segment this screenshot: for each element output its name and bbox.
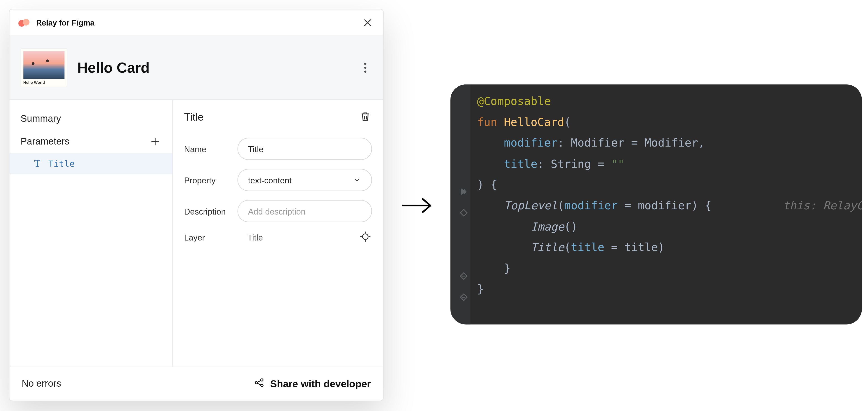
sidebar: Summary Parameters T Title [9,100,173,367]
property-select[interactable]: text-content [237,169,372,191]
component-name: Hello Card [77,59,150,76]
add-parameter-button[interactable] [149,136,161,148]
layer-value: Title [237,233,360,242]
generated-code-preview: @Composable fun HelloCard( modifier: Mod… [451,84,862,324]
arrow-icon [400,195,434,216]
summary-section[interactable]: Summary [9,108,173,130]
parameter-name: Title [49,159,75,168]
plugin-titlebar: Relay for Figma [9,9,383,36]
detail-title: Title [184,111,204,123]
name-label: Name [184,144,237,153]
error-status: No errors [22,378,61,389]
inlay-hint: this: RelayCo [783,196,862,216]
component-header: Hello World Hello Card [9,36,383,100]
text-type-icon: T [32,158,43,170]
share-with-developer-button[interactable]: Share with developer [254,377,371,390]
thumbnail-caption: Hello World [23,79,64,84]
more-menu-button[interactable] [359,61,372,74]
component-thumbnail: Hello World [21,48,67,87]
description-input[interactable]: Add description [237,200,372,222]
plugin-title: Relay for Figma [36,18,94,27]
detail-pane: Title Name Title Property [173,100,383,367]
svg-point-0 [363,234,368,240]
property-label: Property [184,175,237,185]
relay-logo-icon [18,19,31,26]
description-label: Description [184,206,237,216]
plugin-panel: Relay for Figma Hello World Hello Card S… [9,9,383,401]
close-button[interactable] [361,16,374,29]
locate-layer-button[interactable] [360,231,372,243]
chevron-down-icon [352,175,362,184]
code-content: @Composable fun HelloCard( modifier: Mod… [451,91,862,300]
share-icon [254,377,265,390]
parameters-section-header: Parameters [9,130,173,153]
parameters-label: Parameters [21,136,69,147]
delete-parameter-button[interactable] [360,111,372,123]
parameter-item-title[interactable]: T Title [9,153,173,174]
panel-footer: No errors Share with developer [9,367,383,401]
name-input[interactable]: Title [237,138,372,160]
layer-label: Layer [184,233,237,242]
